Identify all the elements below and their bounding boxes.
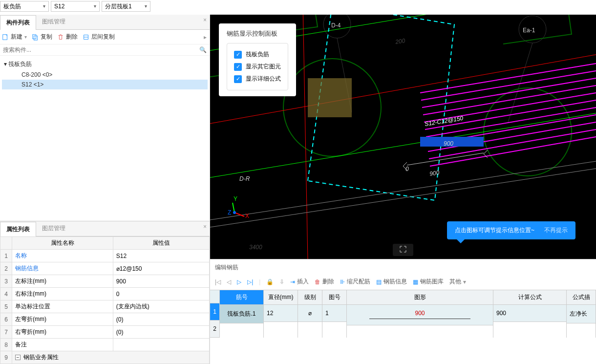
row-index[interactable]: 2: [210, 321, 219, 338]
tab-components[interactable]: 构件列表: [0, 15, 36, 30]
svg-text:Y: Y: [234, 195, 237, 202]
editor-delete-button[interactable]: 🗑删除: [315, 278, 334, 286]
prop-value[interactable]: (0): [113, 313, 209, 326]
prop-value[interactable]: S12: [113, 250, 209, 262]
prop-name: 备注: [12, 339, 113, 351]
checkbox-formula[interactable]: ✓: [234, 75, 242, 83]
nav-last-button[interactable]: ▷|: [247, 278, 253, 285]
prop-name: 左标注(mm): [12, 275, 113, 288]
svg-text:D-4: D-4: [331, 22, 341, 29]
prop-value[interactable]: ⌀12@150: [113, 262, 209, 275]
svg-text:Z: Z: [228, 209, 231, 216]
other-button[interactable]: 其他 ▾: [449, 278, 466, 286]
control-panel-title: 钢筋显示控制面板: [227, 29, 288, 38]
col-grade: 级别: [298, 290, 322, 305]
checkbox-raft[interactable]: ✓: [234, 51, 242, 59]
cell-desc[interactable]: 左净长: [567, 305, 596, 323]
scale-button[interactable]: ⊪缩尺配筋: [340, 278, 370, 286]
prop-header-value: 属性值: [113, 237, 209, 250]
delete-label: 删除: [66, 33, 78, 41]
component-toolbar: 新建 ▾ 复制 删除 层间复制 ▸: [0, 30, 210, 44]
col-desc: 公式描: [567, 290, 596, 305]
download-icon[interactable]: ⇩: [279, 278, 284, 285]
prop-value[interactable]: 0: [113, 288, 209, 300]
prop-name: 名称: [12, 250, 113, 262]
info-button[interactable]: ▤钢筋信息: [376, 278, 407, 286]
tab-properties[interactable]: 属性列表: [0, 222, 36, 236]
lock-icon[interactable]: 🔒: [266, 278, 274, 285]
svg-text:Ea-1: Ea-1: [523, 27, 535, 34]
cad-viewport[interactable]: D-4 Ea-1 S12-C12@150 200 0 900 900: [210, 15, 596, 259]
fit-view-button[interactable]: [393, 244, 413, 256]
collapse-icon: [400, 246, 406, 253]
col-figure: 图号: [322, 290, 346, 305]
new-button[interactable]: 新建 ▾: [2, 33, 27, 41]
prop-panel-close-icon[interactable]: ×: [203, 223, 207, 230]
dropdown-component[interactable]: S12: [51, 1, 100, 12]
tree-item-c8[interactable]: C8-200 <0>: [2, 70, 208, 80]
search-input[interactable]: [3, 46, 199, 53]
col-diameter: 直径(mm): [264, 290, 298, 305]
tree-item-s12[interactable]: S12 <1>: [2, 80, 208, 89]
svg-text:900: 900: [444, 140, 453, 147]
rebar-control-panel: 钢筋显示控制面板 ✓筏板负筋 ✓显示其它图元 ✓显示详细公式: [219, 23, 296, 96]
cell-diameter[interactable]: 12: [264, 305, 298, 322]
prop-header-name: 属性名称: [12, 237, 113, 250]
tab-drawings[interactable]: 图纸管理: [36, 15, 71, 29]
svg-text:X: X: [245, 213, 249, 219]
component-tree: ▾ 筏板负筋 C8-200 <0> S12 <1>: [0, 56, 210, 183]
check-label: 筏板负筋: [246, 50, 269, 59]
copy-button[interactable]: 复制: [32, 33, 52, 41]
cell-grade[interactable]: ⌀: [298, 305, 322, 322]
prop-name: 钢筋信息: [12, 262, 113, 275]
minus-icon[interactable]: −: [15, 355, 21, 360]
dropdown-category[interactable]: 板负筋: [0, 1, 49, 12]
tip-tooltip: 点击图标可调节提示信息位置~ 不再提示: [447, 221, 575, 239]
prop-name: 左弯折(mm): [12, 313, 113, 326]
delete-button[interactable]: 删除: [57, 33, 78, 41]
cell-rebar-no[interactable]: 筏板负筋.1: [220, 305, 263, 323]
cell-formula[interactable]: 900: [493, 305, 566, 322]
floor-copy-button[interactable]: 层间复制: [83, 33, 115, 41]
trash-icon: [57, 34, 64, 41]
tip-text: 点击图标可调节提示信息位置~: [455, 226, 534, 235]
editor-toolbar: |◁ ◁ ▷ ▷| | 🔒 ⇩ ⇥插入 🗑删除 ⊪缩尺配筋 ▤钢筋信息 ▦钢筋图…: [210, 276, 596, 290]
col-shape: 图形: [347, 290, 493, 305]
checkbox-other[interactable]: ✓: [234, 63, 242, 71]
nav-prev-button[interactable]: ◁: [227, 278, 231, 285]
col-formula: 计算公式: [493, 290, 566, 305]
property-panel: 属性列表 图层管理 × 属性名称属性值 1名称S12 2钢筋信息⌀12@150 …: [0, 221, 210, 364]
prop-value[interactable]: (0): [113, 326, 209, 339]
cell-shape[interactable]: 900: [347, 305, 493, 325]
tab-layers[interactable]: 图层管理: [36, 221, 71, 236]
property-table: 属性名称属性值 1名称S12 2钢筋信息⌀12@150 3左标注(mm)900 …: [0, 236, 210, 364]
svg-rect-11: [308, 78, 352, 117]
tree-root[interactable]: ▾ 筏板负筋: [2, 59, 208, 70]
panel-close-icon[interactable]: ×: [203, 17, 207, 23]
check-label: 显示其它图元: [246, 63, 281, 71]
floor-copy-icon: [83, 34, 89, 41]
prop-value[interactable]: (支座内边线): [113, 300, 209, 313]
library-button[interactable]: ▦钢筋图库: [413, 278, 444, 286]
prop-group[interactable]: −钢筋业务属性: [12, 351, 210, 364]
cell-figure[interactable]: 1: [322, 305, 346, 322]
nav-next-button[interactable]: ▷: [237, 278, 241, 285]
prop-value[interactable]: [113, 339, 209, 351]
right-pane: D-4 Ea-1 S12-C12@150 200 0 900 900: [210, 15, 596, 364]
prop-value[interactable]: 900: [113, 275, 209, 288]
dropdown-layer[interactable]: 分层筏板1: [102, 1, 150, 12]
new-label: 新建: [11, 33, 22, 41]
svg-text:3400: 3400: [249, 244, 262, 251]
tip-dismiss[interactable]: 不再提示: [544, 226, 568, 235]
svg-rect-2: [34, 36, 37, 40]
copy-label: 复制: [41, 33, 52, 41]
row-index[interactable]: 1: [210, 303, 219, 321]
toolbar-more-icon[interactable]: ▸: [204, 34, 207, 41]
insert-button[interactable]: ⇥插入: [290, 278, 309, 286]
nav-first-button[interactable]: |◁: [215, 278, 221, 285]
new-icon: [2, 34, 9, 41]
rebar-editor: 编辑钢筋 |◁ ◁ ▷ ▷| | 🔒 ⇩ ⇥插入 🗑删除 ⊪缩尺配筋 ▤钢筋信息…: [210, 259, 596, 364]
search-icon[interactable]: 🔍: [199, 46, 207, 53]
prop-name: 右标注(mm): [12, 288, 113, 300]
top-dropdown-bar: 板负筋 S12 分层筏板1: [0, 0, 596, 15]
